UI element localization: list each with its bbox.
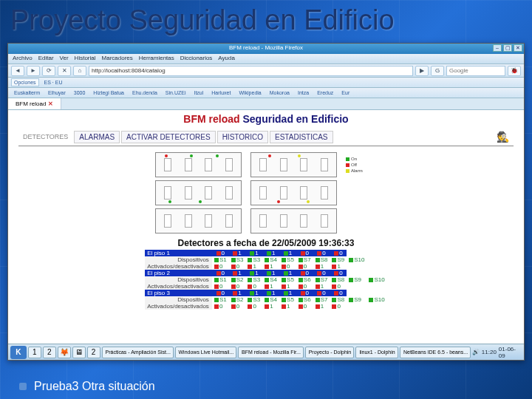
reload-button[interactable]: ⟳ — [42, 66, 55, 76]
nav-tab[interactable]: ALARMAS — [74, 131, 120, 143]
taskbar-task[interactable]: Prácticas - Ampliación Sist... — [102, 347, 174, 358]
taskbar-task[interactable]: NetBeans IDE 6.5 - beans... — [400, 347, 471, 358]
nav-tab[interactable]: ACTIVAR DETECTORES — [121, 131, 216, 143]
detector-table: El piso 101111000DispositivosS1S3S3S4S5S… — [145, 250, 386, 310]
floor-block — [250, 208, 337, 233]
menu-marcadores[interactable]: Marcadores — [102, 55, 133, 63]
stop-button[interactable]: ✕ — [58, 66, 71, 76]
menu-ver[interactable]: Ver — [60, 55, 69, 63]
taskbar-task[interactable]: linux1 - Dolphin — [355, 347, 398, 358]
options-button[interactable]: Opciones — [11, 78, 39, 86]
minimize-button[interactable]: – — [493, 44, 502, 52]
bullet-icon — [19, 383, 27, 390]
bookmark-item[interactable]: Wikipedia — [236, 89, 264, 97]
title-seguridad: Seguridad en Edificio — [242, 113, 348, 125]
url-input[interactable] — [89, 66, 413, 76]
tab-label: BFM reload — [16, 100, 46, 107]
bookmark-item[interactable]: Eur — [338, 89, 352, 97]
legend: On Off Alarm — [346, 152, 377, 177]
tray-icon[interactable]: 🔊 — [472, 349, 480, 355]
nav-tab[interactable]: HISTORICO — [217, 131, 268, 143]
bookmark-item[interactable]: Intza — [295, 89, 312, 97]
bookmark-item[interactable]: Mokoroa — [267, 89, 293, 97]
bookmark-item[interactable]: Itzul — [191, 89, 206, 97]
nav-tab[interactable]: ESTADISTICAS — [270, 131, 333, 143]
taskbar-task[interactable]: BFM reload - Mozilla Fir... — [238, 347, 304, 358]
menu-editar[interactable]: Editar — [38, 55, 54, 63]
floor-block — [250, 180, 337, 205]
floor-block — [155, 180, 242, 205]
search-engine-icon[interactable]: G — [431, 66, 444, 76]
taskbar-task[interactable]: Windows Live Hotmail... — [175, 347, 237, 358]
floor-block — [155, 152, 242, 177]
menu-ayuda[interactable]: Ayuda — [218, 55, 235, 63]
desktop-switcher[interactable]: 2 — [87, 347, 100, 358]
bookmark-item[interactable]: Hiztegi Batua — [90, 89, 127, 97]
page-title: BFM reload Seguridad en Edificio — [183, 113, 348, 125]
slide-caption: Prueba3 Otra situación — [34, 380, 155, 393]
menu-archivo[interactable]: Archivo — [13, 55, 33, 63]
system-tray: 🔊 11:20 01-06-09 — [472, 346, 522, 359]
tab-close-icon[interactable]: ✕ — [48, 100, 53, 107]
go-button[interactable]: ▶ — [415, 66, 429, 76]
detectores-subheader: Detectores a fecha de 22/05/2009 19:36:3… — [178, 238, 355, 248]
quicklaunch-icon[interactable]: 🦊 — [58, 347, 71, 358]
quicklaunch-icon[interactable]: 2 — [43, 347, 56, 358]
quicklaunch-icon[interactable]: 1 — [28, 347, 41, 358]
bookmarks-bar: EuskaltermElhuyar3000Hiztegi BatuaEhu.de… — [8, 88, 524, 98]
title-bfm: BFM reload — [183, 113, 239, 125]
floorplan: On Off Alarm — [155, 152, 377, 233]
menubar: ArchivoEditarVerHistorialMarcadoresHerra… — [8, 54, 524, 64]
window-titlebar: BFM reload - Mozilla Firefox – ▢ ✕ — [8, 44, 524, 54]
lang-toggle[interactable]: ES · EU — [41, 78, 66, 86]
bookmark-item[interactable]: Euskalterm — [11, 89, 43, 97]
bookmark-item[interactable]: Harluxet — [208, 89, 233, 97]
browser-window: BFM reload - Mozilla Firefox – ▢ ✕ Archi… — [7, 43, 525, 361]
close-button[interactable]: ✕ — [514, 44, 522, 52]
home-button[interactable]: ⌂ — [73, 66, 86, 76]
forward-button[interactable]: ► — [27, 66, 40, 76]
floor-block — [155, 208, 242, 233]
quicklaunch-icon[interactable]: 🖥 — [72, 347, 86, 358]
bookmark-item[interactable]: Ehu.denda — [129, 89, 160, 97]
page-content: BFM reload Seguridad en Edificio DETECTO… — [8, 110, 524, 349]
taskbar-task[interactable]: Proyecto - Dolphin — [305, 347, 355, 358]
maximize-button[interactable]: ▢ — [503, 44, 512, 52]
search-input[interactable] — [446, 66, 505, 76]
clock: 11:20 — [482, 349, 497, 355]
bookmark-item[interactable]: Elhuyar — [45, 89, 69, 97]
menu-historial[interactable]: Historial — [75, 55, 96, 63]
navbar: ◄ ► ⟳ ✕ ⌂ ▶ G 🐞 — [8, 64, 524, 78]
menu-diccionarios[interactable]: Diccionarios — [180, 55, 213, 63]
slide-title: Proyecto Seguridad en Edificio — [10, 4, 395, 36]
page-nav-tabs: DETECTORES ALARMASACTIVAR DETECTORESHIST… — [18, 128, 514, 146]
window-title: BFM reload - Mozilla Firefox — [229, 44, 303, 53]
tabbar: BFM reload ✕ — [8, 98, 524, 110]
options-bar: Opciones ES · EU — [8, 78, 524, 88]
bookmark-item[interactable]: Sin.UZEi — [163, 89, 189, 97]
tab-detectores-label: DETECTORES — [18, 132, 72, 142]
tab-bfm-reload[interactable]: BFM reload ✕ — [8, 98, 61, 109]
bookmark-item[interactable]: Ereduz — [314, 89, 336, 97]
menu-herramientas[interactable]: Herramientas — [139, 55, 174, 63]
bookmark-item[interactable]: 3000 — [71, 89, 89, 97]
taskbar: K 12🦊🖥 2 Prácticas - Ampliación Sist...W… — [8, 344, 524, 360]
date: 01-06-09 — [499, 346, 522, 359]
detective-icon: 🕵️ — [492, 129, 514, 144]
back-button[interactable]: ◄ — [11, 66, 24, 76]
start-button[interactable]: K — [10, 346, 27, 359]
floor-block — [250, 152, 337, 177]
addon-icon[interactable]: 🐞 — [508, 66, 521, 76]
